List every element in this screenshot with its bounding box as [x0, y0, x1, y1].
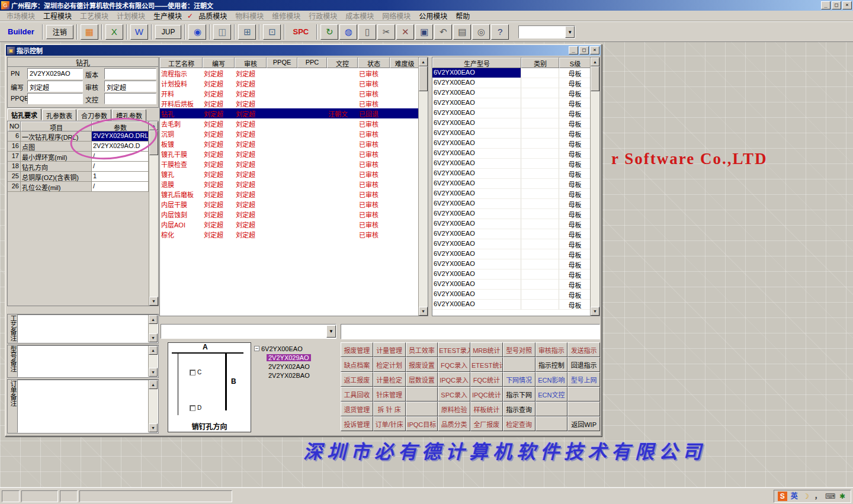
model-row[interactable]: 6V2YX00EAO母板 — [432, 179, 599, 189]
grid-button[interactable]: 投诉管理 — [341, 416, 373, 431]
field-input[interactable]: 刘定超 — [27, 81, 83, 92]
grid-button[interactable]: 返回WIP — [567, 416, 600, 431]
scroll-thumb[interactable] — [419, 66, 428, 91]
checkbox-d-box[interactable] — [190, 405, 195, 411]
model-row[interactable]: 6V2YX00EAO母板 — [432, 159, 599, 169]
child-minimize-button[interactable]: _ — [569, 46, 578, 54]
sogou-icon[interactable]: S — [778, 492, 787, 501]
find-icon[interactable]: ◎ — [472, 24, 490, 40]
param-row[interactable]: 16点图2V2YX029AO.D — [8, 142, 158, 152]
grid-button[interactable] — [406, 387, 438, 402]
checkbox-c[interactable]: C — [190, 369, 201, 375]
moon-icon[interactable]: ☽ — [801, 492, 811, 501]
grid-button[interactable] — [406, 402, 438, 416]
grid-button[interactable]: 指示下网 — [503, 387, 535, 402]
model-row[interactable]: 6V2YX00EAO母板 — [432, 139, 599, 149]
process-row[interactable]: 镀孔刘定超刘定超已审核 — [160, 169, 428, 179]
model-row[interactable]: 6V2YX00EAO母板 — [432, 239, 599, 249]
grid-button[interactable] — [503, 357, 535, 372]
process-row[interactable]: 干膜检查刘定超刘定超已审核 — [160, 159, 428, 169]
checkbox-c-box[interactable] — [190, 370, 195, 375]
menu-item[interactable]: 生产模块 — [149, 10, 186, 21]
vertical-scrollbar[interactable]: ▲▼ — [590, 57, 599, 316]
grid-button[interactable]: IPQC录入 — [438, 372, 470, 387]
model-row[interactable]: 6V2YX00EAO母板 — [432, 229, 599, 239]
scroll-up-button[interactable]: ▲ — [591, 57, 599, 66]
grid-button[interactable]: ETEST录入 — [438, 342, 470, 357]
model-row[interactable]: 6V2YX00EAO母板 — [432, 169, 599, 179]
grid-button[interactable] — [535, 402, 568, 416]
model-row[interactable]: 6V2YX00EAO母板 — [432, 269, 599, 280]
tree-item[interactable]: 2V2YX02AAO — [254, 362, 336, 371]
grid-button[interactable]: 指示控制 — [535, 357, 568, 372]
process-row[interactable]: 开料刘定超刘定超已审核 — [160, 88, 428, 98]
model-row[interactable]: 6V2YX00EAO母板 — [432, 118, 599, 129]
field-input[interactable] — [27, 93, 83, 104]
process-row[interactable]: 内层蚀刻刘定超刘定超已审核 — [160, 209, 428, 219]
model-row[interactable]: 6V2YX00EAO母板 — [432, 249, 599, 259]
scroll-down-button[interactable]: ▼ — [149, 333, 158, 342]
grid-button[interactable]: 报废设置 — [406, 357, 438, 372]
print-icon[interactable]: ▤ — [453, 24, 471, 40]
drill-tab[interactable]: 槽孔参数 — [112, 109, 146, 121]
child-restore-button[interactable]: □ — [579, 46, 589, 54]
cut-icon[interactable]: ✂ — [377, 24, 395, 40]
grid-button[interactable]: 审核指示 — [535, 342, 568, 357]
grid-button[interactable]: 退货管理 — [341, 402, 373, 416]
minimize-button[interactable]: _ — [821, 1, 830, 9]
model-row[interactable]: 6V2YX00EAO母板 — [432, 78, 599, 88]
tree-root-item[interactable]: −6V2YX00EAO — [254, 344, 336, 353]
menu-item[interactable]: 公用模块 — [415, 10, 451, 21]
globe-icon[interactable]: ◍ — [339, 24, 357, 40]
tree-expand-icon[interactable]: − — [254, 346, 259, 351]
grid-button[interactable]: 原料检验 — [438, 402, 470, 416]
field-input[interactable]: 2V2YX029AO — [27, 68, 83, 79]
process-row[interactable]: 计划投料刘定超刘定超已审核 — [160, 78, 428, 88]
workstations-icon[interactable]: ⊞ — [238, 24, 256, 40]
grid-button[interactable]: 型号上网 — [567, 372, 600, 387]
menu-item[interactable]: 品质模块 — [194, 10, 231, 21]
grid-button[interactable]: 样板统计 — [470, 402, 503, 416]
grid-button[interactable]: IPQC统计 — [470, 387, 503, 402]
process-row[interactable]: 内层干膜刘定超刘定超已审核 — [160, 199, 428, 209]
grid-button[interactable]: 全厂报废 — [470, 416, 503, 431]
word-icon[interactable]: W — [130, 24, 148, 40]
process-row[interactable]: 流程指示刘定超刘定超已审核 — [160, 68, 428, 78]
process-combo[interactable]: ▼ — [161, 324, 336, 339]
drill-tab[interactable]: 钻孔要求 — [7, 108, 41, 120]
grid-button[interactable]: 工具回收 — [341, 387, 373, 402]
grid-button[interactable] — [535, 416, 568, 431]
scroll-down-button[interactable]: ▼ — [149, 368, 158, 377]
scroll-down-button[interactable]: ▼ — [419, 307, 428, 316]
lang-indicator[interactable]: 英 — [790, 492, 799, 501]
help-icon[interactable]: ? — [491, 24, 509, 40]
grid-button[interactable] — [567, 402, 600, 416]
tree-item[interactable]: 2V2YX029AO — [254, 353, 336, 362]
grid-button[interactable]: 品质分类 — [438, 416, 470, 431]
param-row[interactable]: 26孔位公差(mil)/ — [8, 182, 158, 192]
remark-field[interactable] — [341, 324, 600, 339]
new-doc-icon[interactable]: ▯ — [358, 24, 376, 40]
process-row[interactable]: 开料后烘板刘定超刘定超已审核 — [160, 98, 428, 108]
process-row[interactable]: 棕化刘定超刘定超已审核 — [160, 229, 428, 239]
scroll-down-button[interactable]: ▼ — [149, 297, 158, 306]
model-row[interactable]: 6V2YX00EAO母板 — [432, 280, 599, 290]
grid-button[interactable]: 报废管理 — [341, 342, 373, 357]
grid-button[interactable]: 检定查询 — [503, 416, 535, 431]
grid-button[interactable]: 层数设置 — [406, 372, 438, 387]
grid-button[interactable]: 发送指示 — [567, 342, 600, 357]
grid-button[interactable]: 订单/针床 — [373, 416, 406, 431]
jup-button[interactable]: JUP — [155, 25, 182, 39]
vertical-scrollbar[interactable]: ▲▼ — [148, 315, 158, 342]
field-input[interactable] — [104, 93, 156, 104]
grid-button[interactable]: 返工报废 — [341, 372, 373, 387]
grid-button[interactable]: FQC统计 — [470, 372, 503, 387]
scroll-up-button[interactable]: ▲ — [419, 57, 428, 66]
model-row[interactable]: 6V2YX00EAO母板 — [432, 129, 599, 139]
undo-icon[interactable]: ↶ — [434, 24, 452, 40]
note-textarea[interactable]: ▲▼ — [17, 314, 158, 343]
field-input[interactable]: 刘定超 — [104, 81, 156, 92]
param-row[interactable]: 17最小焊环宽(mil)/ — [8, 152, 158, 162]
process-row[interactable]: 内层AOI刘定超刘定超已审核 — [160, 219, 428, 229]
checkbox-d[interactable]: D — [190, 405, 201, 411]
